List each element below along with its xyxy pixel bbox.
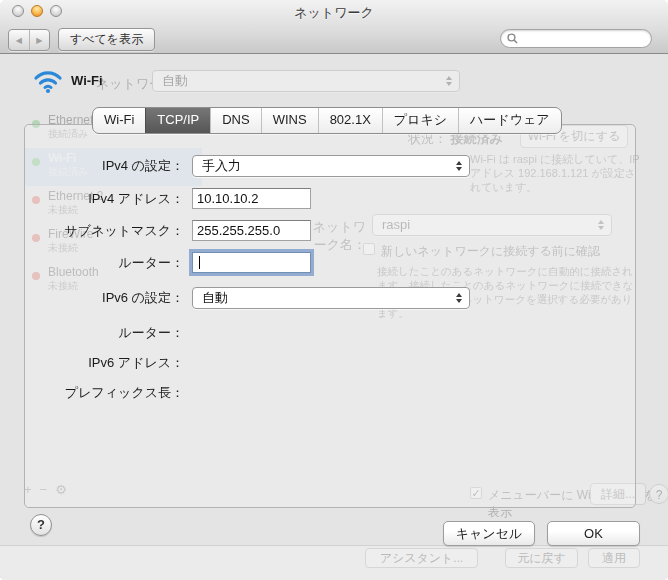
tab-wifi[interactable]: Wi-Fi: [93, 108, 145, 133]
form-row-prefix-length: プレフィックス長：: [0, 382, 668, 406]
text-caret: [199, 256, 200, 269]
ok-button[interactable]: OK: [547, 521, 640, 546]
popup-value: 自動: [162, 71, 188, 91]
router-label: ルーター：: [40, 252, 184, 274]
popup-value: 自動: [202, 288, 228, 308]
settings-tab-bar: Wi-Fi TCP/IP DNS WINS 802.1X プロキシ ハードウェア: [92, 107, 562, 134]
ipv6-address-label: IPv6 アドレス：: [40, 352, 184, 374]
window-bottom-strip: [0, 546, 668, 580]
search-icon: [507, 33, 518, 44]
tab-dns[interactable]: DNS: [210, 108, 260, 133]
forward-icon[interactable]: ▶: [29, 30, 50, 50]
form-row-ipv6-config: IPv6 の設定： 自動: [0, 287, 668, 311]
form-row-ipv6-address: IPv6 アドレス：: [0, 352, 668, 376]
form-row-ipv6-router: ルーター：: [0, 322, 668, 346]
subnet-mask-label: サブネットマスク：: [40, 220, 184, 242]
network-environment-popup: 自動: [152, 70, 460, 92]
ipv4-config-popup[interactable]: 手入力: [192, 155, 470, 177]
history-nav: ◀ ▶: [8, 29, 50, 51]
search-input[interactable]: [518, 32, 645, 46]
tab-content-box: [24, 124, 636, 508]
ipv6-config-label: IPv6 の設定：: [40, 287, 184, 309]
form-row-ipv4-config: IPv4 の設定： 手入力: [0, 155, 668, 179]
ipv6-config-popup[interactable]: 自動: [192, 287, 470, 309]
ipv4-address-label: IPv4 アドレス：: [40, 188, 184, 210]
form-row-router: ルーター：: [0, 252, 668, 276]
field-value: 10.10.10.2: [197, 191, 258, 206]
window-title: ネットワーク: [0, 4, 668, 22]
content-area: ネットワーク環境： 自動 Ethernet 1 接続済み Wi-Fi 接続済み: [0, 54, 668, 580]
service-header: Wi-Fi: [33, 67, 103, 94]
form-row-ipv4-address: IPv4 アドレス： 10.10.10.2: [0, 188, 668, 212]
popup-stepper-icon: [446, 76, 452, 86]
field-value: 255.255.255.0: [197, 223, 280, 238]
wifi-icon: [33, 67, 63, 94]
tab-hardware[interactable]: ハードウェア: [458, 108, 561, 133]
router-field[interactable]: [192, 252, 311, 273]
network-environment-label: ネットワーク環境：: [96, 75, 215, 93]
popup-stepper-icon: [456, 293, 462, 303]
service-name-label: Wi-Fi: [71, 73, 103, 88]
cancel-button[interactable]: キャンセル: [443, 521, 535, 546]
search-field[interactable]: [500, 29, 652, 48]
tab-proxy[interactable]: プロキシ: [382, 108, 458, 133]
ipv6-router-label: ルーター：: [40, 322, 184, 344]
show-all-button[interactable]: すべてを表示: [58, 28, 155, 51]
back-icon[interactable]: ◀: [9, 30, 29, 50]
help-button[interactable]: ?: [30, 514, 52, 536]
tab-tcpip[interactable]: TCP/IP: [145, 108, 210, 133]
popup-stepper-icon: [456, 161, 462, 171]
network-preferences-window: ネットワーク ◀ ▶ すべてを表示 ネットワーク環境： 自動: [0, 0, 668, 580]
tab-wins[interactable]: WINS: [261, 108, 318, 133]
help-icon: ?: [649, 484, 668, 504]
popup-value: 手入力: [202, 156, 241, 176]
ipv4-address-field[interactable]: 10.10.10.2: [192, 188, 311, 209]
form-row-subnet-mask: サブネットマスク： 255.255.255.0: [0, 220, 668, 244]
prefix-length-label: プレフィックス長：: [40, 382, 184, 404]
subnet-mask-field[interactable]: 255.255.255.0: [192, 220, 311, 241]
title-bar: ネットワーク ◀ ▶ すべてを表示: [0, 0, 668, 54]
tab-8021x[interactable]: 802.1X: [318, 108, 382, 133]
ipv4-config-label: IPv4 の設定：: [40, 155, 184, 177]
